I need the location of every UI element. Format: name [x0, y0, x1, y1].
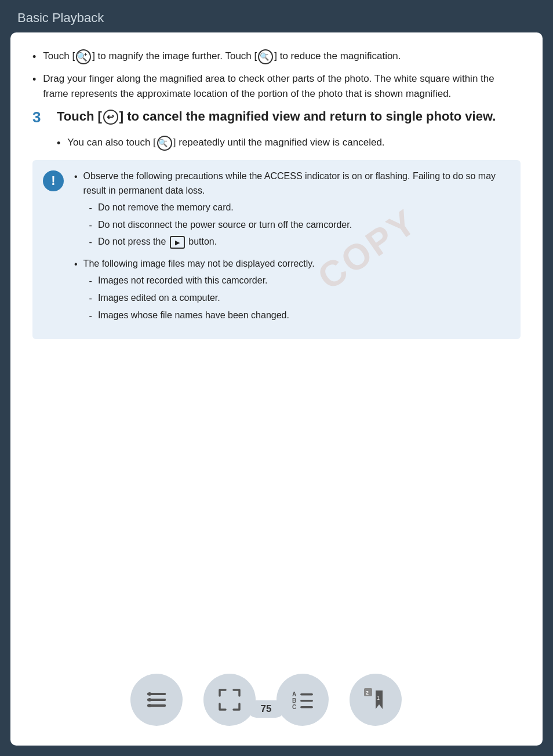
list-item: Do not remove the memory card. — [89, 201, 510, 216]
notice-icon: ! — [43, 170, 64, 191]
sub-item-text: Images not recorded with this camcorder. — [98, 274, 268, 288]
svg-rect-10 — [153, 699, 166, 701]
play-button-icon: ▶ — [170, 236, 185, 249]
sub-item-text: Do not remove the memory card. — [98, 201, 234, 215]
svg-rect-16 — [300, 700, 313, 702]
menu-button[interactable] — [130, 674, 183, 726]
svg-point-6 — [148, 692, 151, 696]
zoom-out-icon: 🔍− — [258, 49, 273, 64]
expand-button[interactable] — [203, 674, 256, 726]
abc-icon: A B C — [290, 687, 315, 713]
list-item: Drag your finger along the magnified are… — [32, 71, 521, 102]
step-number: 3 — [32, 108, 53, 128]
expand-icon — [217, 687, 242, 713]
svg-rect-15 — [300, 693, 313, 696]
main-card: Touch [🔍+] to magnify the image further.… — [10, 32, 543, 746]
list-item: You can also touch [🔍−] repeatedly until… — [57, 135, 521, 152]
svg-point-8 — [148, 704, 151, 707]
list-item: Images whose file names have been change… — [89, 308, 315, 324]
list-item: Images edited on a computer. — [89, 291, 315, 306]
list-item: Touch [🔍+] to magnify the image further.… — [32, 49, 521, 66]
bottom-toolbar: 75 A B C 2 1 — [32, 664, 500, 734]
sub-item-text: Images edited on a computer. — [98, 291, 220, 306]
notice-item1-text: Observe the following precautions while … — [83, 171, 496, 195]
page-number-badge: 75 — [248, 700, 285, 718]
sub-item-text: Do not disconnect the power source or tu… — [98, 218, 352, 232]
notice-box: COPY ! Observe the following precautions… — [32, 160, 521, 339]
bookmark-button[interactable]: 2 1 — [350, 674, 402, 726]
bullet3-text: You can also touch [🔍−] repeatedly until… — [67, 135, 384, 151]
list-item: Do not disconnect the power source or tu… — [89, 218, 510, 233]
bookmark-icon: 2 1 — [363, 687, 388, 713]
zoom-in-icon: 🔍+ — [76, 49, 91, 64]
svg-text:2: 2 — [366, 690, 369, 696]
svg-text:C: C — [292, 704, 296, 710]
back-icon: ↩ — [103, 110, 118, 125]
bullet2-text: Drag your finger along the magnified are… — [43, 71, 521, 102]
list-item: Do not press the ▶ button. — [89, 235, 510, 250]
top-bullet-list: Touch [🔍+] to magnify the image further.… — [32, 49, 521, 102]
notice-content: Observe the following precautions while … — [74, 169, 510, 330]
step3-row: 3 Touch [↩] to cancel the magnified view… — [32, 108, 521, 128]
svg-rect-9 — [153, 693, 166, 695]
svg-text:B: B — [292, 697, 296, 704]
page-title: Basic Playback — [17, 10, 104, 26]
menu-icon — [144, 687, 169, 713]
content-area: Touch [🔍+] to magnify the image further.… — [32, 49, 521, 664]
sub-item-text: Images whose file names have been change… — [98, 308, 289, 323]
notice-sublist-2: Images not recorded with this camcorder.… — [89, 274, 315, 323]
step3-bullet-list: You can also touch [🔍−] repeatedly until… — [57, 135, 521, 152]
notice-icon-column: ! — [43, 169, 64, 330]
notice-item2-text: The following image files may not be dis… — [83, 259, 315, 268]
notice-sublist-1: Do not remove the memory card. Do not di… — [89, 201, 510, 250]
abc-list-button[interactable]: A B C — [276, 674, 329, 726]
svg-rect-11 — [153, 704, 166, 707]
svg-rect-17 — [300, 706, 313, 708]
header-bar: Basic Playback — [0, 0, 553, 32]
notice-item-2: The following image files may not be dis… — [74, 257, 510, 325]
svg-text:A: A — [292, 691, 296, 697]
sub-item-text: Do not press the ▶ button. — [98, 235, 217, 249]
notice-item-1: Observe the following precautions while … — [74, 169, 510, 252]
notice-item2-content: The following image files may not be dis… — [83, 257, 315, 325]
list-item: Images not recorded with this camcorder. — [89, 274, 315, 289]
step-heading: Touch [↩] to cancel the magnified view a… — [57, 108, 496, 126]
notice-item1-content: Observe the following precautions while … — [83, 169, 510, 252]
svg-point-7 — [148, 698, 151, 702]
zoom-out2-icon: 🔍− — [157, 136, 172, 151]
page-number: 75 — [261, 703, 272, 714]
bullet1-text: Touch [🔍+] to magnify the image further.… — [43, 49, 401, 64]
svg-text:1: 1 — [377, 695, 380, 701]
notice-bullet-list: Observe the following precautions while … — [74, 169, 510, 325]
